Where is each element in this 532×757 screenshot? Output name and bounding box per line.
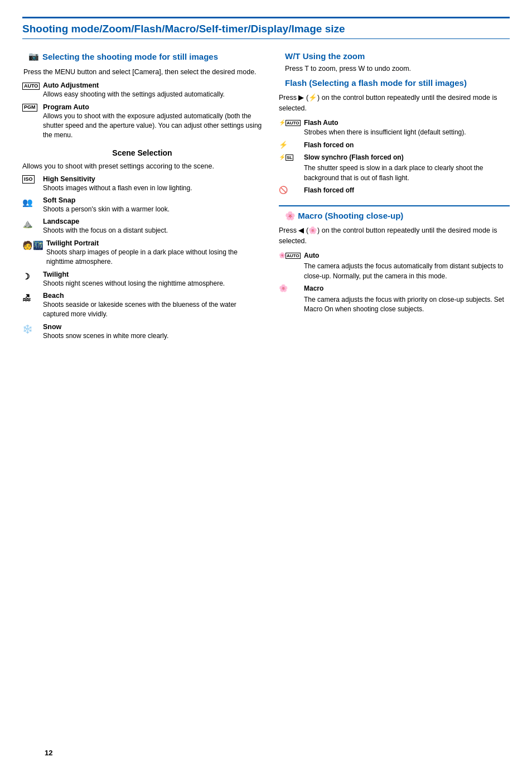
auto-mode-icon: AUTO [22, 81, 40, 90]
landscape-content: Landscape Shoots with the focus on a dis… [43, 218, 262, 235]
main-content: 📷 Selecting the shooting mode for still … [22, 51, 510, 344]
flash-forced-on-content: Flash forced on [304, 141, 510, 150]
flash-auto-content: Flash Auto Strobes when there is insuffi… [304, 118, 510, 138]
flash-title-wrap: Flash (Selecting a flash mode for still … [285, 78, 467, 89]
wt-content: W/T Using the zoom Press T to zoom, pres… [285, 51, 411, 74]
snow-desc: Shoots snow scenes in white more clearly… [43, 331, 262, 341]
pgm-mode-icon: PGM [22, 103, 40, 112]
beach-entry: 🏖 Beach Shoots seaside or lakeside scene… [22, 292, 262, 320]
page-container: Shooting mode/Zoom/Flash/Macro/Self-time… [22, 17, 510, 757]
flash-forced-off-icon: 🚫 [279, 186, 301, 194]
page-number: 12 [45, 749, 52, 757]
macro-intro: Press ◀ (🌸) on the control button repeat… [279, 225, 510, 247]
slow-synchro-item: ⚡SL Slow synchro (Flash forced on) The s… [279, 153, 510, 183]
flash-bolt-icon: ⚡ [279, 141, 288, 149]
twilight-icon: ☽ [22, 271, 40, 282]
auto-badge: AUTO [22, 83, 40, 90]
flash-auto-desc: Strobes when there is insufficient light… [304, 128, 510, 137]
macro-desc: The camera adjusts the focus with priori… [304, 295, 510, 315]
auto-mode-name: Auto Adjustment [43, 81, 262, 89]
twilight-name: Twilight [43, 271, 262, 278]
page-title: Shooting mode/Zoom/Flash/Macro/Self-time… [22, 23, 510, 35]
macro-auto-badge: 🌸AUTO [279, 252, 301, 258]
pgm-mode-desc: Allows you to shoot with the exposure ad… [43, 112, 262, 141]
beach-desc: Shoots seaside or lakeside scenes with t… [43, 300, 262, 320]
shooting-mode-intro: Press the MENU button and select [Camera… [22, 67, 262, 78]
landscape-desc: Shoots with the focus on a distant subje… [43, 226, 262, 235]
slow-synchro-content: Slow synchro (Flash forced on) The shutt… [304, 153, 510, 183]
macro-auto-item: 🌸AUTO Auto The camera adjusts the focus … [279, 251, 510, 281]
flash-forced-on-icon: ⚡ [279, 141, 301, 149]
high-sensitivity-content: High Sensitivity Shoots images without a… [43, 175, 262, 193]
auto-mode-content: Auto Adjustment Allows easy shooting wit… [43, 81, 262, 99]
macro-title-wrap: 🌸 Macro (Shooting close-up) [279, 205, 510, 221]
pgm-mode-name: Program Auto [43, 103, 262, 111]
flash-auto-item: ⚡AUTO Flash Auto Strobes when there is i… [279, 118, 510, 138]
macro-title-content: 🌸 Macro (Shooting close-up) [285, 211, 403, 221]
wt-desc: Press T to zoom, press W to undo zoom. [285, 64, 411, 74]
landscape-icon: ⛰️ [22, 218, 40, 229]
macro-auto-name: Auto [304, 252, 319, 259]
snow-content: Snow Shoots snow scenes in white more cl… [43, 323, 262, 341]
shooting-mode-section-title: 📷 Selecting the shooting mode for still … [22, 51, 262, 62]
macro-auto-icon: 🌸AUTO [279, 251, 301, 259]
twilight-portrait-entry: 🧑‍🌃 Twilight Portrait Shoots sharp image… [22, 239, 262, 267]
soft-snap-content: Soft Snap Shoots a person's skin with a … [43, 196, 262, 214]
flash-auto-badge: ⚡AUTO [279, 119, 301, 126]
macro-section: 🌸 Macro (Shooting close-up) Press ◀ (🌸) … [279, 205, 510, 314]
slow-synchro-name: Slow synchro (Flash forced on) [304, 153, 404, 161]
scene-selection-title: Scene Selection [22, 148, 262, 157]
macro-content: Macro The camera adjusts the focus with … [304, 284, 510, 314]
pgm-badge: PGM [22, 104, 37, 112]
twilight-entry: ☽ Twilight Shoots night scenes without l… [22, 271, 262, 288]
flash-auto-icon: ⚡AUTO [279, 118, 301, 126]
slow-synchro-badge: ⚡SL [279, 154, 293, 160]
twilight-content: Twilight Shoots night scenes without los… [43, 271, 262, 288]
beach-content: Beach Shoots seaside or lakeside scenes … [43, 292, 262, 320]
camera-icon: 📷 [28, 51, 39, 61]
scene-selection-desc: Allows you to shoot with preset settings… [22, 161, 262, 172]
flash-forced-off-content: Flash forced off [304, 186, 510, 195]
soft-snap-entry: 👥 Soft Snap Shoots a person's skin with … [22, 196, 262, 214]
auto-mode-desc: Allows easy shooting with the settings a… [43, 90, 262, 99]
macro-flower-only-icon: 🌸 [279, 284, 288, 292]
right-column: W/T Using the zoom Press T to zoom, pres… [279, 51, 510, 344]
flash-auto-name: Flash Auto [304, 119, 338, 127]
pgm-mode-content: Program Auto Allows you to shoot with th… [43, 103, 262, 141]
landscape-name: Landscape [43, 218, 262, 225]
twilight-portrait-icon: 🧑‍🌃 [22, 239, 43, 251]
high-sensitivity-entry: ISO High Sensitivity Shoots images witho… [22, 175, 262, 193]
iso-badge: ISO [22, 175, 35, 184]
landscape-entry: ⛰️ Landscape Shoots with the focus on a … [22, 218, 262, 235]
snow-icon: ❄️ [22, 323, 40, 335]
beach-name: Beach [43, 292, 262, 300]
soft-snap-icon: 👥 [22, 196, 40, 208]
flash-forced-on-name: Flash forced on [304, 141, 354, 149]
soft-snap-desc: Shoots a person's skin with a warmer loo… [43, 205, 262, 214]
slow-synchro-icon: ⚡SL [279, 153, 301, 161]
pgm-mode-entry: PGM Program Auto Allows you to shoot wit… [22, 103, 262, 141]
flash-forced-off-name: Flash forced off [304, 186, 354, 194]
high-sensitivity-desc: Shoots images without a flash even in lo… [43, 184, 262, 193]
wt-section: W/T Using the zoom Press T to zoom, pres… [279, 51, 510, 74]
macro-title: 🌸 Macro (Shooting close-up) [285, 211, 403, 221]
flash-forced-on-item: ⚡ Flash forced on [279, 141, 510, 150]
auto-mode-entry: AUTO Auto Adjustment Allows easy shootin… [22, 81, 262, 99]
flash-title: Flash (Selecting a flash mode for still … [285, 78, 467, 89]
twilight-desc: Shoots night scenes without losing the n… [43, 279, 262, 288]
macro-item: 🌸 Macro The camera adjusts the focus wit… [279, 284, 510, 314]
twilight-portrait-content: Twilight Portrait Shoots sharp images of… [46, 239, 262, 267]
high-sensitivity-name: High Sensitivity [43, 175, 262, 183]
flash-section: Flash (Selecting a flash mode for still … [279, 78, 510, 196]
left-column: 📷 Selecting the shooting mode for still … [22, 51, 262, 344]
soft-snap-name: Soft Snap [43, 196, 262, 204]
no-flash-icon: 🚫 [279, 186, 288, 194]
page-header: Shooting mode/Zoom/Flash/Macro/Self-time… [22, 17, 510, 39]
macro-title-text: Macro (Shooting close-up) [298, 211, 403, 220]
macro-auto-content: Auto The camera adjusts the focus automa… [304, 251, 510, 281]
flash-forced-off-item: 🚫 Flash forced off [279, 186, 510, 195]
macro-icon: 🌸 [279, 284, 301, 292]
macro-flower-icon: 🌸 [285, 211, 296, 220]
snow-name: Snow [43, 323, 262, 331]
iso-icon-wrap: ISO [22, 175, 40, 184]
